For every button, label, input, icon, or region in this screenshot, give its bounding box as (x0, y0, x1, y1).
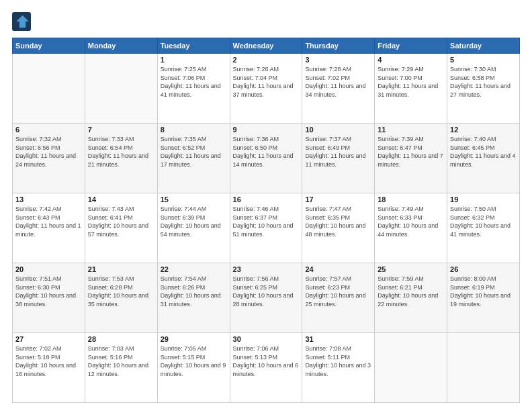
calendar-week-row: 1Sunrise: 7:25 AM Sunset: 7:06 PM Daylig… (13, 54, 520, 124)
day-info: Sunrise: 7:08 AM Sunset: 5:11 PM Dayligh… (305, 345, 371, 378)
calendar-cell: 22Sunrise: 7:54 AM Sunset: 6:26 PM Dayli… (157, 263, 230, 333)
day-info: Sunrise: 7:25 AM Sunset: 7:06 PM Dayligh… (161, 65, 227, 99)
day-info: Sunrise: 7:42 AM Sunset: 6:43 PM Dayligh… (15, 205, 82, 238)
day-info: Sunrise: 7:56 AM Sunset: 6:25 PM Dayligh… (233, 275, 300, 308)
day-info: Sunrise: 8:00 AM Sunset: 6:19 PM Dayligh… (450, 275, 517, 308)
calendar-cell: 14Sunrise: 7:43 AM Sunset: 6:41 PM Dayli… (85, 193, 157, 263)
header (12, 12, 520, 31)
day-number: 17 (305, 195, 371, 203)
calendar-cell: 5Sunrise: 7:30 AM Sunset: 6:58 PM Daylig… (447, 54, 520, 124)
day-number: 19 (450, 195, 517, 203)
day-info: Sunrise: 7:30 AM Sunset: 6:58 PM Dayligh… (450, 65, 517, 99)
calendar-cell: 13Sunrise: 7:42 AM Sunset: 6:43 PM Dayli… (13, 193, 85, 263)
calendar-cell: 16Sunrise: 7:46 AM Sunset: 6:37 PM Dayli… (230, 193, 302, 263)
weekday-header: Friday (375, 38, 447, 54)
day-info: Sunrise: 7:03 AM Sunset: 5:16 PM Dayligh… (88, 345, 154, 378)
logo-icon (12, 12, 31, 31)
day-info: Sunrise: 7:57 AM Sunset: 6:23 PM Dayligh… (305, 275, 371, 308)
day-number: 11 (378, 126, 444, 134)
day-number: 24 (305, 265, 371, 273)
calendar-cell: 17Sunrise: 7:47 AM Sunset: 6:35 PM Dayli… (302, 193, 375, 263)
day-number: 16 (233, 195, 300, 203)
calendar-cell: 21Sunrise: 7:53 AM Sunset: 6:28 PM Dayli… (85, 263, 157, 333)
day-number: 9 (233, 126, 300, 134)
day-number: 26 (450, 265, 517, 273)
calendar-cell: 28Sunrise: 7:03 AM Sunset: 5:16 PM Dayli… (85, 333, 157, 403)
calendar-week-row: 27Sunrise: 7:02 AM Sunset: 5:18 PM Dayli… (13, 333, 520, 403)
calendar-cell: 29Sunrise: 7:05 AM Sunset: 5:15 PM Dayli… (157, 333, 230, 403)
calendar-week-row: 13Sunrise: 7:42 AM Sunset: 6:43 PM Dayli… (13, 193, 520, 263)
day-number: 29 (161, 335, 227, 343)
day-info: Sunrise: 7:29 AM Sunset: 7:00 PM Dayligh… (378, 65, 444, 99)
day-number: 27 (15, 335, 82, 343)
calendar-cell (13, 54, 85, 124)
day-info: Sunrise: 7:39 AM Sunset: 6:47 PM Dayligh… (378, 135, 444, 169)
calendar-cell: 18Sunrise: 7:49 AM Sunset: 6:33 PM Dayli… (375, 193, 447, 263)
calendar-cell (85, 54, 157, 124)
calendar-cell: 31Sunrise: 7:08 AM Sunset: 5:11 PM Dayli… (302, 333, 375, 403)
calendar-cell (447, 333, 520, 403)
day-number: 18 (378, 195, 444, 203)
weekday-header: Saturday (447, 38, 520, 54)
day-number: 7 (88, 126, 154, 134)
day-info: Sunrise: 7:28 AM Sunset: 7:02 PM Dayligh… (305, 65, 371, 99)
weekday-header: Thursday (302, 38, 375, 54)
day-number: 15 (161, 195, 227, 203)
day-info: Sunrise: 7:35 AM Sunset: 6:52 PM Dayligh… (161, 135, 227, 169)
calendar-cell: 24Sunrise: 7:57 AM Sunset: 6:23 PM Dayli… (302, 263, 375, 333)
day-info: Sunrise: 7:43 AM Sunset: 6:41 PM Dayligh… (88, 205, 154, 238)
calendar-cell: 6Sunrise: 7:32 AM Sunset: 6:56 PM Daylig… (13, 124, 85, 193)
calendar-cell: 1Sunrise: 7:25 AM Sunset: 7:06 PM Daylig… (157, 54, 230, 124)
day-info: Sunrise: 7:44 AM Sunset: 6:39 PM Dayligh… (161, 205, 227, 238)
calendar-cell: 11Sunrise: 7:39 AM Sunset: 6:47 PM Dayli… (375, 124, 447, 193)
calendar-week-row: 20Sunrise: 7:51 AM Sunset: 6:30 PM Dayli… (13, 263, 520, 333)
day-number: 5 (450, 56, 517, 64)
page: SundayMondayTuesdayWednesdayThursdayFrid… (0, 0, 532, 411)
calendar-cell: 27Sunrise: 7:02 AM Sunset: 5:18 PM Dayli… (13, 333, 85, 403)
day-number: 6 (15, 126, 82, 134)
day-number: 10 (305, 126, 371, 134)
day-info: Sunrise: 7:36 AM Sunset: 6:50 PM Dayligh… (233, 135, 300, 169)
day-number: 2 (233, 56, 300, 64)
day-number: 14 (88, 195, 154, 203)
day-info: Sunrise: 7:51 AM Sunset: 6:30 PM Dayligh… (15, 275, 82, 308)
day-info: Sunrise: 7:53 AM Sunset: 6:28 PM Dayligh… (88, 275, 154, 308)
logo (12, 12, 34, 31)
day-info: Sunrise: 7:33 AM Sunset: 6:54 PM Dayligh… (88, 135, 154, 169)
day-info: Sunrise: 7:47 AM Sunset: 6:35 PM Dayligh… (305, 205, 371, 238)
calendar-cell: 9Sunrise: 7:36 AM Sunset: 6:50 PM Daylig… (230, 124, 302, 193)
day-info: Sunrise: 7:06 AM Sunset: 5:13 PM Dayligh… (233, 345, 300, 378)
calendar-cell: 20Sunrise: 7:51 AM Sunset: 6:30 PM Dayli… (13, 263, 85, 333)
calendar-cell: 25Sunrise: 7:59 AM Sunset: 6:21 PM Dayli… (375, 263, 447, 333)
day-info: Sunrise: 7:37 AM Sunset: 6:49 PM Dayligh… (305, 135, 371, 169)
day-number: 13 (15, 195, 82, 203)
calendar-cell: 10Sunrise: 7:37 AM Sunset: 6:49 PM Dayli… (302, 124, 375, 193)
day-info: Sunrise: 7:40 AM Sunset: 6:45 PM Dayligh… (450, 135, 517, 169)
weekday-header: Sunday (13, 38, 85, 54)
calendar-cell: 7Sunrise: 7:33 AM Sunset: 6:54 PM Daylig… (85, 124, 157, 193)
calendar-cell: 12Sunrise: 7:40 AM Sunset: 6:45 PM Dayli… (447, 124, 520, 193)
day-number: 12 (450, 126, 517, 134)
calendar-cell: 2Sunrise: 7:26 AM Sunset: 7:04 PM Daylig… (230, 54, 302, 124)
calendar-cell: 4Sunrise: 7:29 AM Sunset: 7:00 PM Daylig… (375, 54, 447, 124)
day-number: 28 (88, 335, 154, 343)
day-number: 22 (161, 265, 227, 273)
day-number: 20 (15, 265, 82, 273)
day-info: Sunrise: 7:50 AM Sunset: 6:32 PM Dayligh… (450, 205, 517, 238)
calendar-cell: 26Sunrise: 8:00 AM Sunset: 6:19 PM Dayli… (447, 263, 520, 333)
calendar-week-row: 6Sunrise: 7:32 AM Sunset: 6:56 PM Daylig… (13, 124, 520, 193)
day-number: 21 (88, 265, 154, 273)
calendar-cell: 19Sunrise: 7:50 AM Sunset: 6:32 PM Dayli… (447, 193, 520, 263)
calendar-table: SundayMondayTuesdayWednesdayThursdayFrid… (12, 38, 520, 403)
calendar-cell: 23Sunrise: 7:56 AM Sunset: 6:25 PM Dayli… (230, 263, 302, 333)
weekday-header: Wednesday (230, 38, 302, 54)
calendar-cell: 15Sunrise: 7:44 AM Sunset: 6:39 PM Dayli… (157, 193, 230, 263)
weekday-header-row: SundayMondayTuesdayWednesdayThursdayFrid… (13, 38, 520, 54)
day-info: Sunrise: 7:59 AM Sunset: 6:21 PM Dayligh… (378, 275, 444, 308)
weekday-header: Monday (85, 38, 157, 54)
day-number: 25 (378, 265, 444, 273)
day-number: 3 (305, 56, 371, 64)
day-number: 8 (161, 126, 227, 134)
day-info: Sunrise: 7:54 AM Sunset: 6:26 PM Dayligh… (161, 275, 227, 308)
calendar-cell: 30Sunrise: 7:06 AM Sunset: 5:13 PM Dayli… (230, 333, 302, 403)
